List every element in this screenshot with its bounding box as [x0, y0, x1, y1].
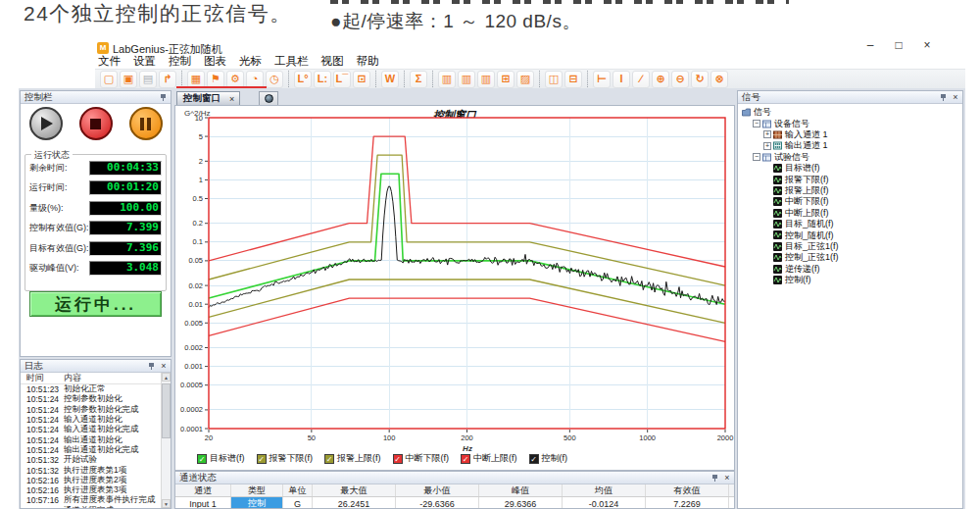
legend-item: ✓目标谱(f)	[197, 452, 245, 465]
maximize-button[interactable]: □	[891, 38, 906, 52]
zoom-in-button[interactable]: ⊕	[652, 71, 669, 88]
combined-view-button[interactable]: ⊞	[497, 71, 514, 88]
channel-col-header: 峰值	[479, 484, 563, 496]
menu-item-6[interactable]: 工具栏	[273, 54, 310, 69]
tree-item[interactable]: 控制_随机(f)	[738, 229, 962, 240]
menu-item-5[interactable]: 光标	[238, 54, 263, 69]
scroll-up-icon[interactable]: ▲	[162, 373, 171, 382]
tree-item[interactable]: 目标_正弦1(f)	[738, 241, 962, 252]
clipped-text-remnant	[330, 0, 789, 4]
scroll-down-icon[interactable]: ▼	[162, 499, 171, 508]
layout-grid-button[interactable]: ⊟	[564, 71, 582, 88]
toolbar-separator	[587, 71, 588, 87]
pin-icon[interactable]	[710, 474, 719, 483]
channel-col-header: 通道	[175, 484, 231, 496]
cursor-harmonic-button[interactable]: L:	[314, 71, 331, 88]
log-time: 10:51:24	[21, 435, 64, 445]
collapse-icon[interactable]: −	[753, 153, 760, 161]
menu-item-7[interactable]: 视图	[320, 54, 345, 69]
fit-view-button[interactable]: ⊗	[710, 71, 728, 88]
signal-panel: 信号 × 信号−设备信号+输入通道 1+输出通道 1−试验信号目标谱(f)报警下…	[737, 90, 963, 509]
save-button[interactable]: ▣	[120, 71, 137, 88]
cursor-peak-button[interactable]: L°	[294, 71, 312, 88]
menu-item-3[interactable]: 控制	[168, 54, 192, 69]
open-button[interactable]: ▤	[139, 71, 157, 88]
expand-icon[interactable]: +	[763, 142, 771, 150]
tree-item[interactable]: +输出通道 1	[738, 140, 962, 151]
scroll-thumb[interactable]	[162, 383, 171, 438]
spectrum-view-3-button[interactable]: ▥	[477, 71, 495, 88]
legend-checkbox[interactable]: ✓	[257, 454, 267, 464]
pin-icon[interactable]	[939, 93, 948, 102]
play-button[interactable]	[29, 107, 63, 140]
legend-checkbox[interactable]: ✓	[461, 454, 470, 464]
cursor-slope-button[interactable]: ∕	[632, 71, 650, 88]
spectrum-view-1-button[interactable]: ▥	[438, 71, 456, 88]
menu-item-8[interactable]: 帮助	[356, 54, 380, 69]
tree-item[interactable]: 目标_随机(f)	[738, 219, 962, 229]
cursor-horizontal-button[interactable]: ⊢	[593, 71, 611, 88]
collapse-icon[interactable]: −	[753, 120, 760, 127]
close-icon[interactable]: ×	[952, 93, 959, 102]
tree-item[interactable]: 报警下限(f)	[738, 174, 962, 184]
tree-item[interactable]: 中断上限(f)	[738, 208, 962, 219]
copy-window-button[interactable]: ⊡	[353, 71, 370, 88]
tree-item[interactable]: −设备信号	[738, 118, 962, 128]
cursor-single-button[interactable]: L¯	[333, 71, 351, 88]
pause-button[interactable]	[129, 107, 163, 140]
log-scrollbar[interactable]: ▲ ▼	[161, 373, 171, 508]
export-button[interactable]: ↱	[159, 71, 176, 88]
close-icon[interactable]: ×	[160, 362, 168, 371]
pin-icon[interactable]	[159, 93, 168, 102]
stop-button[interactable]	[79, 107, 113, 140]
tab-close-icon[interactable]: ×	[229, 94, 234, 104]
channel-panel-title: 通道状态 ×	[175, 472, 734, 484]
tree-item[interactable]: 控制_正弦1(f)	[738, 252, 962, 263]
test-setup-button[interactable]: ▦	[187, 71, 205, 88]
sum-statistics-button[interactable]: Σ	[410, 71, 427, 88]
new-file-button[interactable]: ▢	[100, 71, 118, 88]
tab-control-window[interactable]: 控制窗口 ×	[176, 91, 240, 105]
camera-icon	[265, 94, 273, 103]
menu-item-2[interactable]: 设置	[132, 54, 157, 69]
legend-checkbox[interactable]: ✓	[393, 454, 403, 464]
spectrum-view-2-button[interactable]: ▥	[458, 71, 475, 88]
svg-text:20: 20	[205, 433, 213, 442]
zoom-out-button[interactable]: ⊖	[671, 71, 689, 88]
tree-item[interactable]: 逆传递(f)	[738, 263, 962, 274]
close-icon[interactable]: ×	[723, 474, 731, 483]
close-button[interactable]: ×	[919, 38, 935, 52]
expand-icon[interactable]: +	[763, 130, 771, 138]
tab-snapshot[interactable]	[259, 91, 278, 105]
tree-item[interactable]: 控制(f)	[738, 275, 962, 285]
legend-checkbox[interactable]: ✓	[197, 454, 207, 464]
tree-item[interactable]: 目标谱(f)	[738, 163, 962, 174]
legend-checkbox[interactable]: ✓	[529, 454, 539, 464]
timer-button[interactable]: ◷	[266, 71, 283, 88]
tree-item[interactable]: −试验信号	[738, 152, 962, 163]
channel-cell: -0.0124	[563, 497, 646, 509]
edit-view-button[interactable]: ▨	[516, 71, 534, 88]
schedule-flag-button[interactable]: ⚑	[207, 71, 224, 88]
zoom-reset-button[interactable]: ↻	[691, 71, 709, 88]
limit-settings-button[interactable]: ◔	[246, 71, 264, 88]
layout-split-button[interactable]: ◫	[545, 71, 563, 88]
legend-checkbox[interactable]: ✓	[324, 454, 334, 464]
menu-item-1[interactable]: 文件	[97, 54, 122, 69]
tree-item[interactable]: +输入通道 1	[738, 129, 962, 140]
test-signals-icon	[762, 153, 771, 162]
tree-item[interactable]: 中断下限(f)	[738, 196, 962, 207]
svg-text:200: 200	[461, 433, 473, 442]
minimize-button[interactable]: –	[862, 38, 878, 52]
channel-row[interactable]: Input 1控制G26.2451-29.636629.6366-0.01247…	[175, 497, 734, 509]
tree-item[interactable]: 信号	[738, 107, 962, 118]
legend-label: 目标谱(f)	[210, 452, 245, 465]
svg-text:5: 5	[199, 132, 203, 141]
cursor-vertical-button[interactable]: I	[612, 71, 630, 88]
word-report-button[interactable]: W	[381, 71, 399, 88]
menu-item-4[interactable]: 图表	[203, 54, 227, 69]
control-settings-button[interactable]: ⚙	[226, 71, 244, 88]
pin-icon[interactable]	[147, 362, 156, 371]
tree-item[interactable]: 报警上限(f)	[738, 185, 962, 196]
status-row-4: 控制有效值(G):7.399	[25, 221, 166, 235]
